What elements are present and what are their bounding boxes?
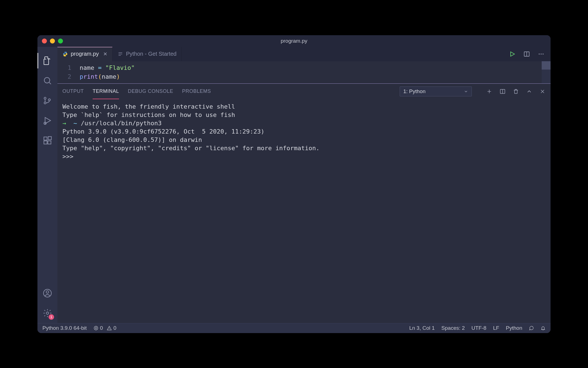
editor-actions bbox=[509, 47, 551, 61]
status-bar: Python 3.9.0 64-bit 0 0 Ln 3, Col 1 Spac… bbox=[37, 323, 551, 333]
svg-point-2 bbox=[44, 102, 46, 104]
code-editor[interactable]: 1 name = "Flavio" 2 print(name) bbox=[57, 61, 551, 83]
line-number: 2 bbox=[57, 72, 80, 81]
feedback-icon[interactable] bbox=[529, 326, 534, 331]
editor-tabs: program.py ✕ Python - Get Started bbox=[57, 47, 551, 61]
svg-point-13 bbox=[539, 53, 540, 55]
maximize-panel-icon[interactable] bbox=[526, 88, 532, 94]
svg-rect-8 bbox=[48, 136, 51, 139]
source-control-icon[interactable] bbox=[37, 91, 57, 111]
settings-icon[interactable]: 1 bbox=[37, 303, 57, 323]
new-terminal-icon[interactable] bbox=[486, 88, 492, 94]
window-controls bbox=[37, 39, 63, 44]
tab-python-get-started[interactable]: Python - Get Started bbox=[113, 47, 182, 61]
status-python-interpreter[interactable]: Python 3.9.0 64-bit bbox=[42, 325, 87, 331]
status-eol[interactable]: LF bbox=[493, 325, 499, 331]
terminal-selector[interactable]: 1: Python bbox=[400, 86, 472, 96]
svg-rect-6 bbox=[44, 141, 47, 144]
svg-point-10 bbox=[46, 291, 49, 293]
tab-label: Python - Get Started bbox=[126, 51, 176, 57]
panel-tab-debug-console[interactable]: DEBUG CONSOLE bbox=[128, 84, 173, 99]
svg-point-3 bbox=[49, 99, 50, 101]
run-button[interactable] bbox=[509, 51, 516, 57]
svg-point-1 bbox=[44, 97, 46, 99]
status-indentation[interactable]: Spaces: 2 bbox=[441, 325, 465, 331]
tab-program-py[interactable]: program.py ✕ bbox=[57, 47, 113, 61]
window-title: program.py bbox=[281, 38, 307, 44]
status-encoding[interactable]: UTF-8 bbox=[472, 325, 486, 331]
close-window-button[interactable] bbox=[42, 39, 47, 44]
chevron-down-icon bbox=[464, 89, 468, 94]
split-terminal-icon[interactable] bbox=[500, 88, 506, 94]
more-actions-icon[interactable] bbox=[538, 51, 544, 57]
panel-tabs: OUTPUT TERMINAL DEBUG CONSOLE PROBLEMS 1… bbox=[57, 84, 551, 99]
search-icon[interactable] bbox=[37, 71, 57, 91]
run-debug-icon[interactable] bbox=[37, 111, 57, 131]
minimize-window-button[interactable] bbox=[50, 39, 55, 44]
notifications-icon[interactable] bbox=[541, 326, 546, 331]
editor-group: program.py ✕ Python - Get Started bbox=[57, 47, 551, 323]
warning-icon bbox=[107, 326, 112, 331]
terminal-content[interactable]: Welcome to fish, the friendly interactiv… bbox=[57, 99, 551, 323]
minimap[interactable] bbox=[542, 61, 551, 83]
error-icon bbox=[93, 326, 98, 331]
vscode-window: program.py 1 bbox=[37, 35, 551, 333]
svg-point-0 bbox=[44, 77, 50, 83]
svg-rect-7 bbox=[48, 141, 51, 144]
panel-tab-problems[interactable]: PROBLEMS bbox=[182, 84, 211, 99]
svg-point-14 bbox=[541, 53, 542, 55]
tab-label: program.py bbox=[71, 51, 99, 57]
panel: OUTPUT TERMINAL DEBUG CONSOLE PROBLEMS 1… bbox=[57, 83, 551, 323]
close-panel-icon[interactable] bbox=[539, 88, 546, 94]
svg-rect-5 bbox=[44, 137, 47, 140]
list-icon bbox=[118, 51, 123, 57]
kill-terminal-icon[interactable] bbox=[513, 88, 519, 94]
titlebar: program.py bbox=[37, 35, 551, 47]
extensions-icon[interactable] bbox=[37, 131, 57, 150]
panel-tab-terminal[interactable]: TERMINAL bbox=[93, 84, 119, 99]
code-line: print(name) bbox=[80, 72, 120, 81]
terminal-selector-label: 1: Python bbox=[403, 88, 425, 94]
split-editor-icon[interactable] bbox=[523, 51, 530, 57]
svg-point-15 bbox=[543, 53, 544, 55]
explorer-icon[interactable] bbox=[37, 51, 57, 71]
account-icon[interactable] bbox=[37, 283, 57, 303]
close-tab-icon[interactable]: ✕ bbox=[103, 51, 107, 57]
maximize-window-button[interactable] bbox=[58, 39, 63, 44]
settings-badge: 1 bbox=[49, 314, 54, 320]
status-language-mode[interactable]: Python bbox=[506, 325, 522, 331]
code-line: name = "Flavio" bbox=[80, 63, 135, 72]
panel-tab-output[interactable]: OUTPUT bbox=[62, 84, 84, 99]
python-file-icon bbox=[62, 51, 68, 57]
status-problems[interactable]: 0 0 bbox=[93, 325, 116, 331]
line-number: 1 bbox=[57, 63, 80, 72]
svg-point-11 bbox=[46, 312, 49, 314]
activity-bar: 1 bbox=[37, 47, 57, 323]
status-cursor-position[interactable]: Ln 3, Col 1 bbox=[409, 325, 435, 331]
